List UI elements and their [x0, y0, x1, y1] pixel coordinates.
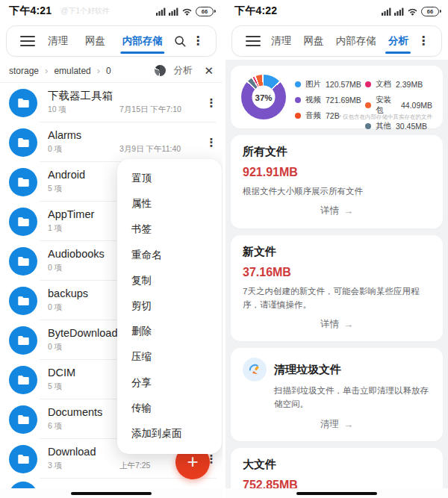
breadcrumb-emulated[interactable]: emulated — [54, 66, 90, 76]
home-indicator[interactable] — [296, 492, 377, 495]
menu-item-剪切[interactable]: 剪切 — [117, 293, 222, 319]
menu-item-复制[interactable]: 复制 — [117, 268, 222, 293]
menu-item-置顶[interactable]: 置顶 — [117, 166, 222, 191]
card-size-value: 921.91MB — [243, 166, 431, 179]
legend-dot — [365, 102, 371, 108]
row-more-icon[interactable]: ⋮ — [205, 136, 218, 149]
menu-item-重命名[interactable]: 重命名 — [117, 243, 222, 268]
tab-分析[interactable]: 分析 — [388, 26, 408, 56]
breadcrumb-storage[interactable]: storage — [9, 66, 39, 76]
chevron-right-icon: › — [45, 65, 48, 76]
legend-dot — [295, 97, 301, 103]
file-count: 6 项 — [48, 421, 102, 432]
menu-item-书签[interactable]: 书签 — [117, 217, 222, 242]
folder-icon — [9, 287, 37, 315]
right-phone-screen: 下午4:22 66 清理网盘内部存储分析 ⋮ 37% 图片120.57MB视频7… — [225, 0, 448, 498]
menu-hamburger-icon[interactable] — [246, 36, 261, 46]
menu-hamburger-icon[interactable] — [20, 36, 35, 46]
file-name: Android — [48, 169, 85, 181]
left-header-tab-bar: 清理网盘内部存储 ⋮ — [6, 25, 217, 57]
menu-item-传输[interactable]: 传输 — [117, 396, 222, 421]
context-menu: 置顶属性书签重命名复制剪切删除压缩分享传输添加到桌面 — [117, 159, 222, 454]
file-count: 10 项 — [48, 105, 113, 115]
wifi-icon — [407, 7, 418, 16]
status-icons: 66 — [382, 7, 439, 16]
composite-screenshot: 下午4:21 @下1个好软件 66 清理网盘内部存储 ⋮ storage › e… — [0, 0, 448, 498]
file-count: 1 项 — [48, 223, 94, 234]
battery-icon: 66 — [421, 7, 439, 16]
tab-清理[interactable]: 清理 — [271, 26, 291, 56]
folder-icon — [9, 445, 37, 473]
battery-level: 66 — [202, 8, 208, 15]
card-清理垃圾文件[interactable]: 清理垃圾文件扫描到垃圾文件，单击立即清理以释放存储空间。清理→ — [231, 348, 443, 441]
card-description: 扫描到垃圾文件，单击立即清理以释放存储空间。 — [274, 385, 431, 411]
battery-level: 66 — [427, 8, 433, 15]
cellular-signal-icon — [156, 7, 166, 16]
watermark-text: @下1个好软件 — [60, 6, 110, 16]
menu-item-添加到桌面[interactable]: 添加到桌面 — [117, 421, 222, 446]
clock: 下午4:22 — [234, 4, 277, 18]
overflow-menu-icon[interactable]: ⋮ — [189, 32, 207, 50]
file-name: AppTimer — [48, 209, 94, 221]
legend-label: 安装包 — [376, 95, 396, 116]
menu-item-删除[interactable]: 删除 — [117, 319, 222, 344]
analyze-pie-icon[interactable] — [155, 65, 166, 76]
tab-内部存储[interactable]: 内部存储 — [122, 26, 163, 56]
tab-清理[interactable]: 清理 — [48, 26, 68, 56]
card-action-详情[interactable]: 详情→ — [243, 313, 431, 335]
analyze-button[interactable]: 分析 — [173, 64, 192, 77]
analysis-panel: 37% 图片120.57MB视频721.69MB音频72B 文档2.39MB安装… — [225, 60, 448, 498]
file-date: 7月15日 下午7:10 — [119, 105, 181, 115]
card-action-详情[interactable]: 详情→ — [243, 200, 431, 222]
legend-value: 120.57MB — [326, 80, 361, 89]
close-icon[interactable]: ✕ — [204, 64, 214, 78]
card-size-value: 37.16MB — [243, 266, 431, 279]
card-新文件[interactable]: 新文件37.16MB7天之内创建的新文件，可能会影响某些应用程序，请谨慎操作。详… — [231, 235, 443, 342]
legend-item: 视频721.69MB — [295, 95, 362, 105]
chevron-right-icon: › — [97, 65, 100, 76]
cellular-signal-icon — [382, 7, 391, 16]
file-count: 0 项 — [48, 342, 118, 352]
wifi-icon — [181, 7, 193, 16]
tab-内部存储[interactable]: 内部存储 — [336, 26, 376, 56]
overflow-menu-icon[interactable]: ⋮ — [414, 32, 432, 50]
file-name: Download — [48, 446, 96, 458]
legend-value: 44.09MB — [401, 101, 432, 110]
card-action-清理[interactable]: 清理→ — [243, 413, 431, 435]
home-indicator[interactable] — [71, 492, 152, 495]
breadcrumb-0[interactable]: 0 — [106, 66, 111, 76]
donut-chart: 37% — [241, 75, 286, 119]
folder-icon — [9, 326, 37, 355]
clock: 下午4:21 — [9, 4, 52, 18]
breadcrumb: storage › emulated › 0 分析 ✕ — [0, 59, 223, 83]
legend-dot — [295, 113, 301, 119]
row-more-icon[interactable]: ⋮ — [205, 96, 218, 110]
legend-label: 音频 — [305, 111, 321, 121]
card-所有文件[interactable]: 所有文件921.91MB根据文件大小顺序展示所有文件详情→ — [231, 135, 443, 228]
legend-value: 2.39MB — [396, 80, 423, 89]
plus-icon: + — [187, 452, 198, 471]
file-row[interactable]: 下载器工具箱10 项7月15日 下午7:10⋮ — [0, 83, 223, 122]
action-label: 详情 — [320, 318, 339, 331]
legend-item: 安装包44.09MB — [365, 95, 432, 116]
battery-icon: 66 — [196, 7, 214, 16]
legend-dot — [365, 81, 371, 87]
folder-icon — [9, 128, 37, 157]
file-row[interactable]: Alarms0 项3月9日 下午11:40⋮ — [0, 122, 223, 162]
tab-网盘[interactable]: 网盘 — [85, 26, 105, 56]
menu-item-属性[interactable]: 属性 — [117, 191, 222, 217]
legend-label: 其他 — [376, 121, 391, 131]
arrow-right-icon: → — [343, 319, 353, 330]
search-icon[interactable] — [171, 32, 189, 50]
menu-item-分享[interactable]: 分享 — [117, 370, 222, 396]
folder-icon — [9, 247, 37, 276]
file-count: 5 项 — [48, 184, 85, 194]
legend-label: 视频 — [305, 95, 321, 105]
file-count: 0 项 — [48, 302, 88, 313]
card-title: 大文件 — [243, 458, 276, 472]
donut-percent-label: 37% — [255, 93, 272, 102]
menu-item-压缩[interactable]: 压缩 — [117, 344, 222, 370]
tab-网盘[interactable]: 网盘 — [303, 26, 323, 56]
legend-value: 721.69MB — [326, 96, 361, 105]
chart-footnote: * 仅包含在内部存储中真实存在的文件 — [339, 113, 432, 121]
